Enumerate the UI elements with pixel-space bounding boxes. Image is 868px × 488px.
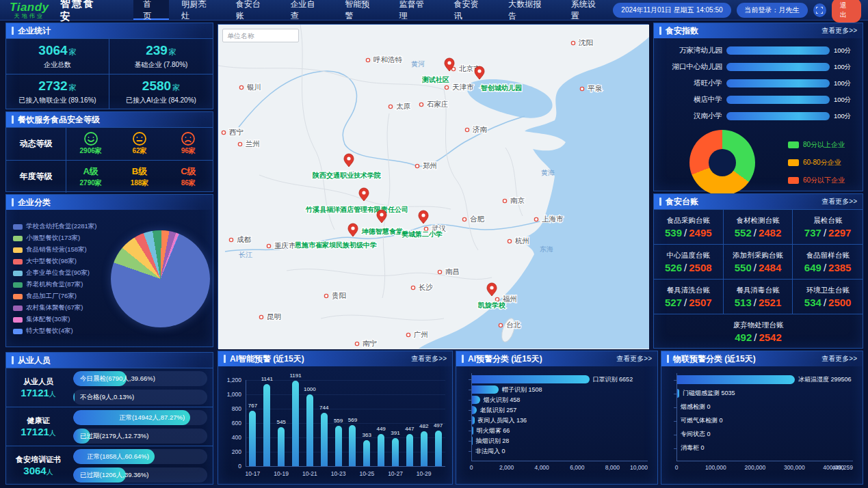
category-legend-item[interactable]: 学校含幼托食堂(2281家) [13, 222, 111, 231]
donut-legend-item[interactable]: 60分以下企业 [788, 176, 845, 185]
category-bar[interactable] [472, 406, 477, 414]
ledger-count-done: 550 [735, 262, 752, 273]
worker-progress-bar: 不合格(9人,0.13%) [73, 390, 207, 405]
iot-categories-bar-chart[interactable]: 冰箱温湿度 299506门磁烟感监测 5035烟感检测 0可燃气体检测 0专间状… [661, 366, 863, 484]
worker-label: 食安培训证书 [6, 455, 70, 465]
view-more-link[interactable]: 查看更多>> [616, 354, 652, 364]
warning-bar[interactable] [263, 384, 270, 466]
ai-warning-bar-chart[interactable]: 02004006008001,0001,20076710-17114154510… [218, 366, 452, 484]
city-dot [267, 244, 270, 247]
category-bar[interactable] [677, 375, 795, 384]
city-dot [239, 85, 243, 89]
category-legend-item[interactable]: 食品加工厂(76家) [13, 292, 111, 301]
menu-item-3[interactable]: 企业自查 [281, 0, 333, 20]
category-pie-chart[interactable] [111, 230, 210, 327]
grid-line [246, 409, 445, 409]
category-bar[interactable] [472, 396, 480, 404]
city-label: 石家庄 [427, 100, 449, 108]
ledger-separator: / [824, 297, 826, 308]
warning-bar[interactable] [249, 411, 256, 466]
menu-item-8[interactable]: 系统设置 [562, 0, 614, 20]
category-legend-item[interactable]: 小微型餐饮(173家) [13, 234, 111, 243]
menu-item-5[interactable]: 监督管理 [390, 0, 442, 20]
menu-item-2[interactable]: 食安台账 [226, 0, 278, 20]
category-legend-item[interactable]: 集体配餐(30家) [13, 315, 111, 324]
category-legend-item[interactable]: 农村集体聚餐(67家) [13, 303, 111, 312]
category-bar[interactable] [677, 389, 679, 398]
view-more-link[interactable]: 查看更多>> [821, 354, 857, 364]
ledger-name: 餐具清洗台账 [667, 286, 710, 295]
main-menu: 首页明厨亮灶食安台账企业自查智能预警监督管理食安资讯大数据报告系统设置 [133, 0, 613, 20]
worker-row: 从业人员17121人今日晨检(6790人,39.66%)不合格(9人,0.13%… [6, 368, 213, 407]
index-score: 100分 [834, 46, 856, 55]
category-legend-item[interactable]: 食品销售经营(158家) [13, 245, 111, 254]
map-marker-label[interactable]: 测试社区 [421, 76, 449, 83]
index-score: 100分 [834, 112, 856, 121]
warning-bar[interactable] [435, 431, 442, 466]
fullscreen-button[interactable] [813, 3, 826, 17]
warning-bar[interactable] [406, 434, 413, 466]
map-search-input[interactable] [222, 29, 299, 42]
view-more-link[interactable]: 查看更多>> [821, 26, 857, 36]
map-marker-label[interactable]: 坤德智慧食堂 [361, 228, 404, 235]
view-more-link[interactable]: 查看更多>> [411, 354, 447, 364]
view-more-link[interactable]: 查看更多>> [821, 197, 857, 206]
legend-label: 学校含幼托食堂(2281家) [26, 222, 96, 231]
ledger-count-total: 2297 [828, 227, 851, 239]
warning-bar[interactable] [292, 381, 299, 466]
brand-name: Tiandy [10, 1, 49, 14]
map-marker-label[interactable]: 竹溪县福洋酒店管理有限责任公司 [305, 206, 408, 214]
ledger-count-done: 534 [804, 297, 821, 308]
warning-bar[interactable] [306, 394, 313, 466]
ledger-separator: / [824, 227, 826, 239]
panel-title: AI智能预警 (近15天) [230, 353, 304, 365]
china-map[interactable]: 沈阳平泉呼和浩特北京市天津市石家庄太原济南银川西宁兰州郑州西安南京上海市合肥杭州… [218, 24, 648, 349]
warning-bar[interactable] [421, 431, 428, 466]
warning-bar[interactable] [335, 426, 342, 466]
category-bar[interactable] [472, 426, 473, 435]
menu-item-4[interactable]: 智能预警 [335, 0, 387, 20]
map-marker-label[interactable]: 樊城第二小学 [401, 230, 443, 238]
category-bar[interactable] [472, 437, 473, 445]
warning-bar[interactable] [363, 440, 370, 466]
stat-cell: 239家基础企业 (7.80%) [109, 38, 213, 74]
category-bar[interactable] [472, 416, 475, 424]
menu-item-7[interactable]: 大数据报告 [499, 0, 559, 20]
menu-item-1[interactable]: 明厨亮灶 [172, 0, 224, 20]
category-bar[interactable] [472, 375, 590, 383]
category-legend: 学校含幼托食堂(2281家)小微型餐饮(173家)食品销售经营(158家)大中型… [13, 214, 111, 344]
worker-row: 健康证17121人正常(14942人,87.27%)已过期(2179人,12.7… [6, 407, 213, 446]
category-legend-item[interactable]: 养老机构食堂(87家) [13, 280, 111, 289]
logout-button[interactable]: 退出 [832, 0, 861, 23]
score-donut-chart[interactable] [689, 130, 755, 195]
warning-bar[interactable] [378, 434, 384, 466]
ledger-numbers: 649/2385 [804, 262, 852, 273]
map-marker-label[interactable]: 凯旋学校 [478, 301, 506, 309]
category-legend-item[interactable]: 企事业单位食堂(90家) [13, 269, 111, 277]
panel-title: 食安指数 [666, 25, 698, 37]
map-marker-label[interactable]: 恩施市崔家坝民族初级中学 [294, 241, 377, 249]
category-legend-item[interactable]: 大中型餐饮(98家) [13, 257, 111, 266]
geo-label: 黄河 [411, 60, 425, 68]
donut-legend-item[interactable]: 80分以上企业 [788, 140, 845, 150]
ai-categories-bar-chart[interactable]: 口罩识别 6652帽子识别 1508烟火识别 458老鼠识别 257夜间人员闯入… [456, 366, 657, 484]
x-axis-tick: 10-19 [272, 470, 291, 477]
menu-item-0[interactable]: 首页 [133, 0, 169, 20]
map-marker-label[interactable]: 智创城幼儿园 [480, 84, 522, 92]
legend-swatch [13, 236, 23, 241]
city-dot [438, 270, 441, 273]
menu-item-6[interactable]: 食安资讯 [444, 0, 496, 20]
donut-legend-item[interactable]: 60-80分企业 [788, 158, 845, 167]
warning-bar[interactable] [321, 413, 328, 466]
grid-line [246, 437, 445, 438]
warning-bar[interactable] [278, 427, 285, 466]
category-legend-item[interactable]: 特大型餐饮(4家) [13, 327, 111, 336]
ledger-count-done: 526 [665, 262, 682, 273]
legend-label: 60分以下企业 [803, 176, 845, 185]
worker-row-label: 从业人员17121人 [6, 377, 70, 399]
category-bar[interactable] [472, 385, 499, 394]
sad-face-icon [181, 132, 195, 146]
warning-bar[interactable] [392, 438, 399, 466]
warning-bar[interactable] [349, 425, 356, 466]
map-marker-label[interactable]: 陕西交通职业技术学院 [313, 172, 381, 179]
